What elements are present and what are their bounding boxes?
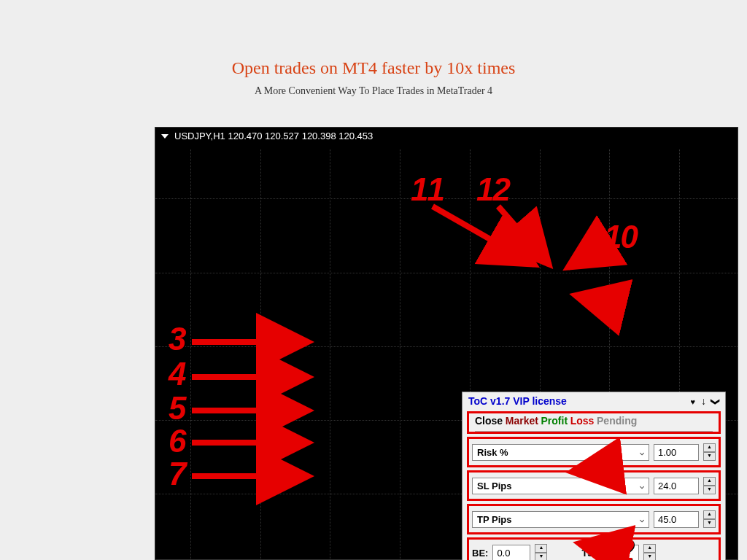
annotation-10: 10 (604, 219, 637, 255)
risk-dropdown[interactable]: Risk % ⌵ (472, 444, 649, 461)
close-profit-button[interactable]: Profit (541, 415, 568, 427)
chevron-down-icon: ⌵ (640, 482, 644, 490)
chevron-down-icon: ⌵ (640, 516, 644, 524)
risk-spinner[interactable]: ▲▼ (703, 443, 716, 461)
annotation-4: 4 (169, 356, 185, 392)
page-subtitle: A More Convenient Way To Place Trades in… (0, 85, 747, 97)
close-pending-button[interactable]: Pending (597, 415, 637, 427)
risk-label: Risk % (477, 447, 508, 458)
sl-dropdown[interactable]: SL Pips ⌵ (472, 478, 649, 494)
annotation-8: 8 (600, 448, 616, 485)
annotation-12: 12 (476, 171, 509, 208)
panel-titlebar: ToC v1.7 VIP license (462, 392, 725, 410)
be-spinner[interactable]: ▲▼ (535, 544, 547, 560)
annotation-9: 9 (602, 281, 618, 317)
trade-panel: ToC v1.7 VIP license Close Market Profit… (462, 392, 726, 560)
tp-row: TP Pips ⌵ ▲▼ (467, 504, 721, 534)
risk-row: Risk % ⌵ ▲▼ (467, 437, 721, 467)
tp-input[interactable] (654, 511, 699, 528)
chart-header: USDJPY,H1 120.470 120.527 120.398 120.45… (155, 128, 738, 144)
be-ts-row: BE: ▲▼ TS: ▲▼ (467, 537, 721, 560)
annotation-3: 3 (169, 321, 185, 357)
close-button[interactable]: Close (475, 415, 503, 427)
close-loss-button[interactable]: Loss (570, 415, 595, 427)
annotation-2: 2 (616, 532, 632, 560)
collapse-icon[interactable] (161, 134, 169, 139)
be-input[interactable] (492, 545, 530, 561)
sl-row: SL Pips ⌵ ▲▼ (467, 470, 721, 501)
annotation-7: 7 (169, 456, 185, 492)
annotation-6: 6 (169, 423, 185, 459)
panel-title-text: ToC v1.7 VIP license (468, 395, 567, 407)
chevron-down-icon[interactable] (712, 396, 719, 407)
close-market-button[interactable]: Market (506, 415, 538, 427)
sl-label: SL Pips (477, 481, 511, 491)
sl-spinner[interactable]: ▲▼ (703, 477, 716, 494)
ts-spinner[interactable]: ▲▼ (643, 544, 656, 560)
close-row: Close Market Profit Loss Pending (469, 413, 719, 429)
tp-spinner[interactable]: ▲▼ (703, 510, 716, 528)
symbol-header-text: USDJPY,H1 120.470 120.527 120.398 120.45… (174, 131, 373, 141)
tp-label: TP Pips (477, 514, 511, 525)
divider (475, 431, 713, 432)
chart-window: USDJPY,H1 120.470 120.527 120.398 120.45… (155, 127, 738, 560)
risk-input[interactable] (654, 444, 699, 461)
ts-label: TS: (581, 548, 597, 559)
chevron-down-icon: ⌵ (640, 448, 644, 456)
annotation-5: 5 (169, 390, 185, 427)
arrow-down-icon[interactable] (701, 395, 706, 407)
be-label: BE: (472, 548, 488, 559)
tp-dropdown[interactable]: TP Pips ⌵ (472, 511, 649, 528)
page-title: Open trades on MT4 faster by 10x times (0, 58, 747, 78)
sl-input[interactable] (654, 478, 699, 494)
annotation-11: 11 (411, 171, 444, 208)
heart-icon[interactable] (690, 396, 695, 407)
